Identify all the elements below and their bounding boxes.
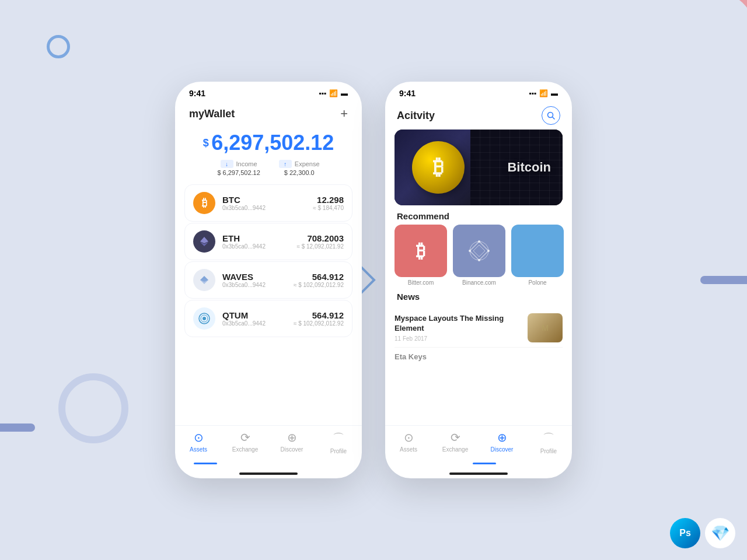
assets-label: Assets	[190, 446, 207, 453]
signal-icon: ▪▪▪	[319, 89, 326, 97]
eth-amount: 708.2003	[296, 233, 344, 243]
btc-icon: ₿	[193, 192, 215, 214]
bg-circle-blue	[47, 35, 70, 58]
income-icon: ↓	[221, 160, 233, 168]
balance-section: $ 6,297,502.12 ↓ Income $ 6,297,502.12 ↑…	[175, 125, 362, 184]
rec-card-binance[interactable]: Binance.com	[453, 225, 505, 286]
btc-coin-image: ₿	[412, 141, 465, 194]
waves-values: 564.912 ≈ $ 102,092,012.92	[294, 272, 344, 288]
binance-label: Binance.com	[453, 279, 505, 286]
tools-container: Ps 💎	[670, 518, 735, 548]
nav2-active-indicator	[473, 463, 496, 464]
status-bar-wallet: 9:41 ▪▪▪ 📶 ▬	[175, 82, 362, 100]
nav2-discover[interactable]: ⊕ Discover	[479, 430, 525, 454]
sketch-icon: 💎	[711, 524, 729, 542]
expense-stat: ↑ Expense $ 22,300.0	[279, 160, 320, 176]
nav2-profile[interactable]: ⌒ Profile	[525, 430, 572, 454]
assets-icon: ⊙	[194, 430, 204, 444]
qtum-addr: 0x3b5ca0...9442	[222, 320, 287, 327]
polo-label: Polone	[511, 279, 564, 286]
rec-card-polo[interactable]: Polone	[511, 225, 564, 286]
coins-list: ₿ BTC 0x3b5ca0...9442 12.298 ≈ $ 184,470…	[175, 184, 362, 425]
status-bar-activity: 9:41 ▪▪▪ 📶 ▬	[385, 82, 572, 100]
search-button[interactable]	[542, 106, 560, 125]
bg-bar-left	[0, 424, 35, 432]
wallet-title: myWallet	[189, 108, 235, 120]
wallet-header: myWallet +	[175, 100, 362, 125]
svg-point-12	[478, 240, 480, 243]
news-label: News	[385, 286, 572, 305]
nav-profile[interactable]: ⌒ Profile	[315, 430, 362, 454]
nav-active-indicator	[194, 463, 217, 464]
bitcoin-banner-bg: ₿ Bitcoin	[395, 130, 563, 205]
qtum-values: 564.912 ≈ $ 102,092,012.92	[294, 310, 344, 327]
income-label: Income	[236, 160, 257, 167]
nav-exchange[interactable]: ⟳ Exchange	[222, 430, 268, 454]
battery-icon2: ▬	[551, 89, 558, 97]
nav2-exchange[interactable]: ⟳ Exchange	[432, 430, 479, 454]
profile-label: Profile	[330, 448, 347, 454]
wifi-icon: 📶	[329, 89, 338, 97]
bottom-nav-wallet: ⊙ Assets ⟳ Exchange ⊕ Discover ⌒ Profile	[175, 425, 362, 463]
signal-icon2: ▪▪▪	[529, 89, 536, 97]
news-item-1[interactable]: Myspace Layouts The Missing Element 11 F…	[395, 309, 563, 348]
discover2-icon: ⊕	[497, 430, 507, 444]
rec-card-bitter[interactable]: ₿ Bitter.com	[395, 225, 447, 286]
battery-icon: ▬	[341, 89, 348, 97]
balance-display: $ 6,297,502.12	[189, 131, 348, 155]
news-item-2[interactable]: Eta Keys	[395, 348, 563, 366]
waves-addr: 0x3b5ca0...9442	[222, 282, 287, 288]
income-stat: ↓ Income $ 6,297,502.12	[217, 160, 260, 176]
nav-discover[interactable]: ⊕ Discover	[268, 430, 315, 454]
expense-value: $ 22,300.0	[284, 169, 315, 176]
coin-card-btc[interactable]: ₿ BTC 0x3b5ca0...9442 12.298 ≈ $ 184,470	[184, 184, 352, 222]
btc-values: 12.298 ≈ $ 184,470	[313, 195, 344, 211]
status-icons-activity: ▪▪▪ 📶 ▬	[529, 89, 558, 97]
binance-icon	[453, 225, 505, 277]
recommend-row: ₿ Bitter.com Binance.com	[385, 225, 572, 286]
coin-card-waves[interactable]: WAVES 0x3b5ca0...9442 564.912 ≈ $ 102,09…	[184, 261, 352, 299]
qtum-icon	[193, 307, 215, 330]
polo-icon	[511, 225, 564, 277]
activity-header: Acitvity	[385, 100, 572, 130]
status-time-activity: 9:41	[399, 89, 416, 98]
svg-point-14	[478, 259, 480, 261]
ps-label: Ps	[679, 528, 691, 538]
bottom-nav-activity: ⊙ Assets ⟳ Exchange ⊕ Discover ⌒ Profile	[385, 425, 572, 463]
assets2-label: Assets	[400, 446, 417, 453]
profile2-label: Profile	[540, 448, 557, 454]
expense-icon-row: ↑ Expense	[279, 160, 320, 168]
svg-point-15	[469, 250, 471, 252]
eth-icon	[193, 230, 215, 253]
bitter-label: Bitter.com	[395, 279, 447, 286]
waves-amount: 564.912	[294, 272, 344, 282]
btc-usd: ≈ $ 184,470	[313, 205, 344, 211]
btc-amount: 12.298	[313, 195, 344, 205]
exchange2-icon: ⟳	[451, 430, 460, 444]
qtum-info: QTUM 0x3b5ca0...9442	[222, 310, 287, 327]
income-value: $ 6,297,502.12	[217, 169, 260, 176]
qtum-amount: 564.912	[294, 310, 344, 320]
btc-addr: 0x3b5ca0...9442	[222, 205, 306, 211]
expense-icon: ↑	[279, 160, 292, 168]
nav-assets[interactable]: ⊙ Assets	[175, 430, 222, 454]
add-button[interactable]: +	[340, 106, 348, 121]
discover-label: Discover	[281, 446, 303, 453]
bg-arc-pink	[671, 0, 747, 76]
phone-wallet: 9:41 ▪▪▪ 📶 ▬ myWallet + $ 6,297,502.12 ↓	[175, 82, 362, 478]
coin-card-eth[interactable]: ETH 0x3b5ca0...9442 708.2003 ≈ $ 12,092,…	[184, 223, 352, 260]
eth-info: ETH 0x3b5ca0...9442	[222, 233, 289, 250]
bitcoin-text: Bitcoin	[507, 160, 551, 175]
bitcoin-banner: ₿ Bitcoin	[395, 130, 563, 205]
coin-card-qtum[interactable]: QTUM 0x3b5ca0...9442 564.912 ≈ $ 102,092…	[184, 300, 352, 337]
status-icons-wallet: ▪▪▪ 📶 ▬	[319, 89, 348, 97]
news-thumb-1: M	[528, 313, 563, 342]
assets2-icon: ⊙	[404, 430, 414, 444]
nav2-assets[interactable]: ⊙ Assets	[385, 430, 432, 454]
balance-amount: 6,297,502.12	[211, 131, 334, 155]
eth-addr: 0x3b5ca0...9442	[222, 243, 289, 250]
btc-info: BTC 0x3b5ca0...9442	[222, 195, 306, 211]
qtum-usd: ≈ $ 102,092,012.92	[294, 320, 344, 327]
eth-name: ETH	[222, 233, 289, 243]
btc-name: BTC	[222, 195, 306, 205]
